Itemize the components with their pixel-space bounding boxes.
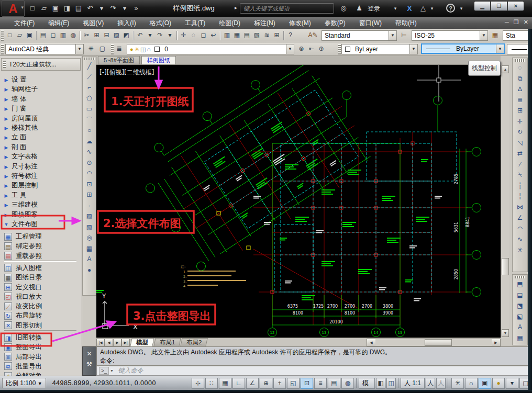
polar-tracking-icon[interactable]: ∠ [246, 378, 259, 389]
undo-icon[interactable]: ↶ [85, 3, 95, 14]
sidebar-sub-item[interactable]: ⊞定义视口 [1, 283, 81, 292]
toolbar-grip[interactable] [1, 30, 4, 41]
sidebar-group-0[interactable]: ▶设 置 [1, 75, 81, 84]
ortho-icon[interactable]: ∟ [232, 378, 245, 389]
menu-item-6[interactable]: 绘图(D) [212, 18, 247, 29]
properties-icon[interactable]: ▥ [222, 30, 232, 40]
object-snap-icon[interactable]: ⊕ [260, 378, 272, 389]
drawing-canvas[interactable]: [-][俯视][二维线框] [96, 65, 501, 338]
annotation-scale-button[interactable]: 人 1:1 ▼ [401, 378, 425, 389]
redo-icon[interactable]: ↷ [155, 30, 165, 40]
revision-cloud-icon[interactable]: ☁ [84, 137, 94, 147]
command-history[interactable]: Autodesk DWG。 此文件上次由 Autodesk 应用程序或 Auto… [96, 346, 532, 366]
dropdown-arrow-icon[interactable]: ▼ [480, 31, 487, 40]
dropdown-arrow-icon[interactable]: ▼ [496, 44, 504, 53]
last-tab-icon[interactable]: ▶| [121, 339, 130, 346]
layer-previous-icon[interactable]: ⇤ [306, 44, 316, 54]
quick-view-drawings-icon[interactable]: ◫ [386, 378, 396, 389]
help-dropdown-icon[interactable]: ▾ [458, 3, 465, 14]
menu-item-5[interactable]: 工具(T) [178, 18, 212, 29]
scale-button[interactable]: 比例 1:100 ▼ [2, 378, 46, 388]
sidebar-sub-item[interactable]: ▦图纸目录 [1, 273, 81, 282]
command-window-grip[interactable]: ✕ ⚒ [82, 346, 96, 376]
open-file-icon[interactable]: ▱ [15, 30, 25, 40]
tab-layout2[interactable]: 布局2 [181, 338, 208, 346]
layer-lock-icon[interactable]: ∩ [147, 46, 151, 52]
quick-view-layouts-icon[interactable]: ◧ [376, 378, 385, 389]
spline-icon[interactable]: ∿ [84, 147, 94, 157]
dynamic-input-icon[interactable]: ⊡ [301, 378, 313, 389]
new-file-icon[interactable]: □ [27, 3, 38, 14]
restore-button[interactable]: ❐ [491, 1, 507, 11]
text-style-icon[interactable]: A✎ [308, 30, 318, 40]
blend-curves-icon[interactable]: ∿ [515, 234, 525, 244]
insert-block-icon[interactable]: ⊡ [84, 179, 94, 189]
mirror-icon[interactable]: ∆ [515, 84, 525, 94]
user-icon[interactable]: ♟ [354, 3, 364, 14]
object-snap-tracking-icon[interactable]: + [273, 378, 286, 389]
open-file-icon[interactable]: ▱ [39, 3, 49, 14]
text-to-front-icon[interactable]: A [515, 322, 525, 332]
make-block-icon[interactable]: ⊞ [84, 190, 94, 200]
mdi-window-controls[interactable]: ─ ❐ ✕ [505, 19, 530, 26]
toolbar-grip[interactable] [338, 44, 341, 54]
close-command-icon[interactable]: ✕ [83, 350, 96, 357]
redo-icon[interactable]: ↷ [108, 3, 118, 14]
dropdown-arrow-icon[interactable]: ▼ [389, 31, 396, 40]
isolate-objects-icon[interactable]: ● [492, 378, 505, 389]
sidebar-sub-item[interactable]: ◫插入图框 [1, 263, 81, 273]
table-style-icon[interactable]: ▦ [490, 30, 500, 40]
construction-line-icon[interactable]: ⟋ [84, 72, 94, 82]
next-tab-icon[interactable]: ▶ [113, 339, 121, 346]
title-caret-icon[interactable]: ▸ [235, 5, 237, 10]
command-input[interactable]: >_ ▾ 键入命令 [96, 366, 532, 376]
sidebar-group-1[interactable]: ▶轴网柱子 [1, 84, 81, 94]
help-icon[interactable]: ? [446, 4, 455, 13]
a360-dropdown-icon[interactable]: ▾ [428, 3, 436, 14]
scroll-down-icon[interactable]: ▼ [502, 329, 509, 337]
scroll-right-icon[interactable]: ▶ [492, 339, 500, 346]
menu-item-0[interactable]: 文件(F) [7, 18, 41, 29]
annotation-visibility-icon[interactable]: 人 [426, 378, 435, 389]
workspace-gear-icon[interactable]: ✳ [451, 378, 464, 389]
vertical-scroll-thumb[interactable] [502, 258, 509, 275]
sidebar-group-15[interactable]: ▼文件布图 [1, 219, 81, 229]
undo-dropdown-icon[interactable]: ▾ [145, 30, 155, 40]
polygon-icon[interactable]: ⬠ [84, 94, 94, 104]
menu-item-1[interactable]: 编辑(E) [41, 18, 76, 29]
dropdown-arrow-icon[interactable]: ▼ [286, 44, 294, 54]
sidebar-group-3[interactable]: ▶门 窗 [1, 104, 81, 113]
help-icon[interactable]: ? [285, 30, 295, 40]
search-input[interactable]: 键入关键字或短语 [240, 3, 334, 14]
layer-on-icon[interactable]: ● [130, 46, 134, 52]
layer-select[interactable]: ● ✳ ◫ ∩ 0 ▼ [127, 44, 294, 54]
transparency-icon[interactable]: ◍ [341, 378, 354, 389]
sidebar-sub-item[interactable]: ⟋改变比例 [1, 301, 81, 311]
copy-clip-icon[interactable]: ⊞ [92, 30, 102, 40]
offset-icon[interactable]: ≣ [515, 95, 525, 105]
move-icon[interactable]: ✛ [515, 117, 525, 127]
gradient-icon[interactable]: ▧ [84, 222, 94, 232]
status-menu-icon[interactable]: ▾ [506, 378, 518, 389]
plot-preview-icon[interactable]: ◻ [48, 30, 58, 40]
palette-title[interactable]: T20天正建筑软... [1, 58, 81, 71]
dim-style-icon[interactable]: ⊢ [399, 30, 409, 40]
performance-icon[interactable]: ▣ [479, 378, 491, 389]
arc-icon[interactable]: ⌒ [84, 115, 94, 125]
break-icon[interactable]: ╎ [515, 192, 525, 201]
lineweight-display-icon[interactable]: ≡ [314, 378, 327, 389]
sidebar-group-12[interactable]: ▶工 具 [1, 190, 81, 200]
layer-properties-icon[interactable]: ≣ [114, 44, 124, 54]
ellipse-icon[interactable]: ⊙ [84, 158, 94, 168]
scroll-up-icon[interactable]: ▲ [502, 65, 509, 73]
grid-display-icon[interactable]: ▦ [219, 378, 231, 389]
canvas-horizontal-scrollbar[interactable]: ◀ ▶ [367, 339, 501, 346]
sidebar-sub-item[interactable]: ⧉批量导出 [1, 362, 81, 371]
menu-item-3[interactable]: 插入(I) [110, 18, 142, 29]
layer-vp-freeze-icon[interactable]: ◫ [140, 46, 146, 53]
sidebar-sub-item[interactable]: ▣整图导出 [1, 342, 81, 352]
snap-icon[interactable]: ⊹ [192, 378, 204, 389]
stretch-icon[interactable]: ⇄ [515, 149, 525, 159]
sidebar-sub-item[interactable]: ▤重载参照 [1, 251, 81, 261]
toolbar-grip[interactable] [515, 276, 525, 278]
